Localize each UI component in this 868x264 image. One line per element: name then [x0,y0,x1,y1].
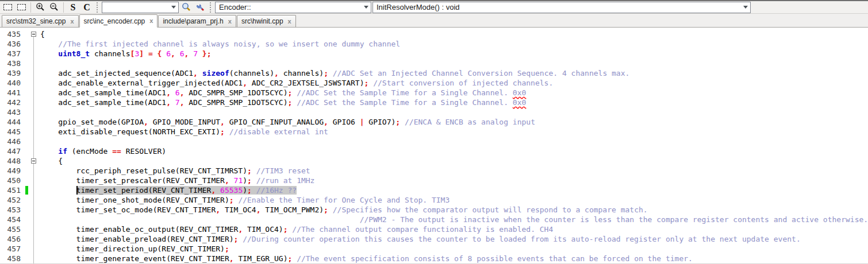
marker-margin [24,49,30,59]
marker-margin [24,39,30,49]
code-line[interactable]: 441 adc_set_sample_time(ADC1, 6, ADC_SMP… [0,88,868,98]
code-token [252,186,256,195]
line-number: 452 [0,195,24,205]
code-token [189,49,193,58]
code-token [171,88,175,97]
line-number: 439 [0,68,24,78]
code-token: ADC_CR2_JEXTSEL_JSWSTART) [247,79,364,87]
code-line[interactable]: 447 if (encMode == RESOLVER) [0,146,868,156]
symbol-combo[interactable]: InitResolverMode() : void [372,2,751,13]
tab-param-prj[interactable]: include\param_prj.h x [158,15,236,27]
line-number: 448 [0,156,24,166]
code-line[interactable]: 451 timer_set_period(REV_CNT_TIMER, 6553… [0,185,868,195]
fold-margin [30,176,38,185]
code-token: , [166,88,171,97]
marker-margin [24,127,30,137]
code-token: , [166,98,171,107]
main-toolbar: S C Encoder:: InitResolverMode() : void [0,0,868,14]
block-select-icon[interactable] [1,2,14,13]
code-text: adc_set_sample_time(ADC1, 6, ADC_SMPR_SM… [38,88,526,98]
code-line[interactable]: 448 { [0,156,868,166]
code-line[interactable]: 456 timer_enable_preload(REV_CNT_TIMER);… [0,234,868,244]
code-line[interactable]: 449 rcc_periph_reset_pulse(REV_CNT_TIMRS… [0,166,868,176]
code-token: 6 [175,88,180,97]
code-line[interactable]: 452 timer_one_shot_mode(REV_CNT_TIMER); … [0,195,868,205]
code-token: timer_enable_preload(REV_CNT_TIMER) [40,235,234,243]
s-button[interactable]: S [67,2,79,13]
search-combo[interactable] [102,2,179,13]
code-comment: //disable external int [229,127,328,136]
code-line[interactable]: 435{ [0,29,868,39]
code-token: , [171,49,175,58]
code-token: timer_direction_up(REV_CNT_TIMER) [40,244,225,253]
tab-hwinit[interactable]: src\hwinit.cpp x [237,15,296,27]
code-line[interactable]: 442 adc_set_sample_time(ADC1, 7, ADC_SMP… [0,98,868,107]
code-token [198,69,202,77]
code-line[interactable]: 445 exti_disable_request(NORTH_EXC_EXTI)… [0,127,868,137]
line-number: 436 [0,39,24,49]
code-line[interactable]: 446 [0,137,868,146]
code-comment: //ADC Set an Injected Channel Conversion… [333,69,630,77]
selection-highlight: timer_set_period(REV_CNT_TIMER, 65535); … [76,186,297,195]
zoom-out-button[interactable] [48,2,60,13]
code-token: ; [324,205,328,214]
code-line[interactable]: 438 [0,59,868,68]
code-line[interactable]: 437 uint8_t channels[3] = { 6, 6, 7 }; [0,49,868,59]
tab-stm32-sine[interactable]: src\stm32_sine.cpp x [2,15,79,27]
fold-collapse-icon[interactable] [31,158,36,164]
fold-margin [30,49,38,59]
scope-combo-value: Encoder:: [219,3,251,11]
fold-margin [30,68,38,78]
code-token [292,98,297,107]
code-line[interactable]: 440 adc_enable_external_trigger_injected… [0,78,868,88]
code-token: timer_set_oc_mode(REV_CNT_TIMER [40,205,216,214]
code-text: timer_one_shot_mode(REV_CNT_TIMER); //En… [38,195,450,205]
code-line[interactable]: 454 //PWM2 - The output is inactive when… [0,215,868,224]
code-comment: //TIM3 reset [256,166,310,175]
wrench-icon [195,2,205,13]
code-comment: //During counter operation this causes t… [243,235,801,243]
code-line[interactable]: 455 timer_enable_oc_output(REV_CNT_TIMER… [0,224,868,234]
code-token: , [144,118,148,126]
code-token: (encMode [67,147,112,156]
code-token [292,88,297,97]
c-button[interactable]: C [80,2,93,13]
fold-margin [30,244,38,254]
tab-inc-encoder[interactable]: src\inc_encoder.cpp x [79,14,158,28]
code-token [40,147,58,156]
fold-collapse-icon[interactable] [31,32,36,37]
change-marker [24,185,30,195]
code-line[interactable]: 444 gpio_set_mode(GPIOA, GPIO_MODE_INPUT… [0,117,868,127]
tools-button[interactable] [194,2,206,13]
toolbar-grip[interactable] [97,2,98,13]
fold-margin [30,205,38,215]
code-line[interactable]: 436 //The first injected channel is alwa… [0,39,868,49]
scope-combo[interactable]: Encoder:: [215,2,371,13]
zoom-in-button[interactable] [34,2,47,13]
code-token: , [256,205,261,214]
code-line[interactable]: 450 timer_set_prescaler(REV_CNT_TIMER, 7… [0,176,868,185]
selection-rect-icon [3,4,12,10]
search-button[interactable] [180,2,193,13]
toolbar-grip[interactable] [210,2,212,13]
code-comment: //Enable the Timer for One Cycle and Sto… [238,196,450,204]
marker-margin [24,215,30,224]
tab-label: src\inc_encoder.cpp [84,17,145,25]
code-line[interactable]: 453 timer_set_oc_mode(REV_CNT_TIMER, TIM… [0,205,868,215]
code-text: timer_set_prescaler(REV_CNT_TIMER, 71); … [38,176,314,185]
code-token: TIM_OC4 [220,205,256,214]
code-line[interactable]: 457 timer_direction_up(REV_CNT_TIMER); [0,244,868,254]
code-text [38,107,40,117]
tab-label: src\stm32_sine.cpp [6,17,66,25]
close-icon[interactable]: x [288,18,291,25]
code-editor[interactable]: 435{436 //The first injected channel is … [0,28,868,263]
code-line[interactable]: 458 timer_generate_event(REV_CNT_TIMER, … [0,254,868,263]
code-line[interactable]: 443 [0,107,868,117]
close-icon[interactable]: x [70,18,74,25]
close-icon[interactable]: x [149,18,153,24]
code-token: exti_disable_request(NORTH_EXC_EXTI) [40,127,220,136]
block-select-alt-icon[interactable] [15,2,28,13]
code-text: { [38,29,45,39]
code-line[interactable]: 439 adc_set_injected_sequence(ADC1, size… [0,68,868,78]
close-icon[interactable]: x [228,18,232,25]
